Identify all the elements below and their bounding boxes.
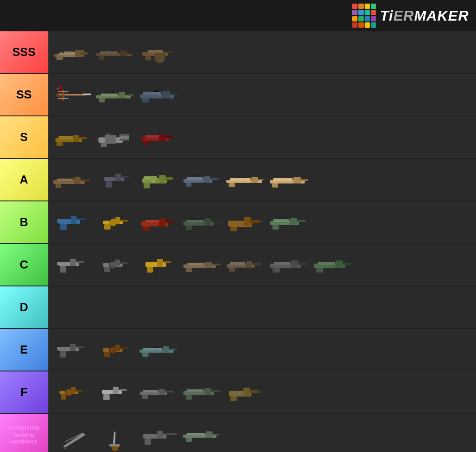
svg-rect-156	[298, 263, 307, 265]
weapon-slot	[94, 416, 136, 452]
svg-rect-173	[115, 345, 120, 351]
svg-rect-195	[165, 391, 174, 392]
weapon-slot	[181, 203, 223, 241]
weapon-minigun	[95, 119, 136, 155]
svg-rect-45	[73, 135, 79, 142]
weapon-pistol-f	[95, 375, 136, 410]
svg-rect-17	[148, 50, 163, 53]
svg-rect-203	[243, 388, 250, 396]
weapon-slot	[94, 76, 136, 114]
svg-rect-120	[230, 227, 237, 231]
weapon-smg-c	[225, 247, 266, 283]
svg-rect-4	[80, 52, 88, 55]
weapon-grenade-launcher	[139, 162, 179, 198]
weapon-slot	[268, 161, 310, 199]
svg-rect-95	[71, 216, 76, 224]
weapon-smg-red	[139, 119, 179, 155]
svg-rect-66	[81, 179, 90, 181]
weapon-slot	[94, 161, 136, 199]
svg-rect-79	[187, 177, 203, 180]
svg-rect-193	[143, 390, 158, 392]
svg-rect-185	[61, 394, 66, 400]
weapon-slot	[268, 203, 310, 241]
weapon-slot	[137, 373, 180, 411]
svg-rect-41	[171, 94, 178, 95]
svg-rect-105	[159, 218, 166, 226]
weapon-sniper-1	[95, 34, 136, 70]
weapon-lmg-c2	[312, 247, 353, 283]
svg-rect-216	[144, 439, 151, 445]
tier-label-c: C	[0, 244, 48, 286]
tier-row-a: A	[0, 159, 476, 201]
weapon-pistol-e	[52, 332, 92, 368]
svg-rect-131	[77, 261, 84, 263]
svg-rect-121	[228, 221, 231, 226]
svg-rect-103	[121, 220, 128, 222]
weapon-rifle-c	[182, 247, 222, 283]
tier-row-ss: SS	[0, 74, 476, 116]
weapon-slot	[224, 246, 267, 284]
svg-rect-170	[57, 347, 60, 350]
svg-rect-50	[105, 135, 116, 144]
svg-rect-161	[318, 262, 335, 265]
svg-rect-35	[128, 94, 134, 96]
svg-rect-149	[230, 262, 245, 265]
tier-row-b: B	[0, 201, 476, 244]
svg-rect-154	[274, 262, 290, 265]
svg-rect-192	[159, 389, 165, 395]
svg-rect-174	[104, 352, 110, 357]
svg-rect-128	[59, 262, 79, 266]
svg-rect-11	[99, 56, 104, 60]
svg-point-30	[57, 88, 59, 90]
svg-rect-101	[115, 217, 120, 224]
tier-content-d	[48, 286, 476, 328]
weapon-slot	[51, 416, 93, 452]
weapon-revolver-f1	[52, 375, 92, 410]
svg-rect-48	[80, 137, 87, 139]
tier-label-sss: SSS	[0, 31, 48, 73]
svg-rect-98	[57, 219, 60, 223]
weapon-shotgun-gold	[52, 119, 92, 155]
weapon-slot	[94, 331, 136, 369]
weapon-sniper-e	[139, 332, 179, 368]
weapon-slot	[94, 246, 136, 284]
svg-rect-81	[210, 178, 219, 180]
svg-rect-13	[111, 50, 115, 51]
svg-rect-139	[157, 259, 163, 267]
svg-rect-84	[251, 177, 258, 183]
weapon-slot	[51, 203, 93, 241]
svg-rect-181	[154, 346, 159, 348]
weapon-slot	[51, 161, 93, 199]
svg-rect-36	[110, 91, 115, 93]
svg-rect-220	[187, 433, 205, 435]
svg-rect-43	[147, 91, 148, 95]
weapon-ar-f	[182, 375, 222, 410]
tier-content-sss	[48, 31, 476, 73]
weapon-slot	[137, 76, 180, 114]
svg-point-16	[154, 52, 165, 63]
svg-rect-190	[119, 389, 127, 391]
svg-rect-180	[170, 349, 177, 350]
svg-point-6	[61, 51, 64, 53]
svg-rect-199	[187, 389, 204, 392]
svg-rect-167	[70, 344, 76, 351]
svg-rect-96	[60, 224, 67, 230]
weapon-rifle-a2	[269, 162, 309, 198]
svg-rect-178	[143, 348, 162, 350]
svg-rect-14	[109, 50, 110, 53]
tiermaker-logo: TiERMAKER	[352, 4, 469, 28]
weapon-revolver-e	[95, 332, 136, 368]
svg-rect-168	[60, 351, 66, 358]
svg-rect-214	[143, 434, 166, 439]
svg-rect-34	[99, 98, 105, 102]
svg-rect-201	[211, 390, 220, 392]
svg-rect-222	[213, 434, 220, 435]
svg-rect-85	[230, 178, 251, 181]
svg-rect-33	[101, 94, 118, 96]
svg-rect-166	[59, 347, 79, 351]
weapon-sniper-a	[225, 162, 266, 198]
svg-rect-12	[128, 52, 135, 54]
svg-rect-63	[74, 177, 81, 184]
svg-rect-64	[57, 179, 73, 181]
svg-rect-140	[147, 267, 153, 273]
